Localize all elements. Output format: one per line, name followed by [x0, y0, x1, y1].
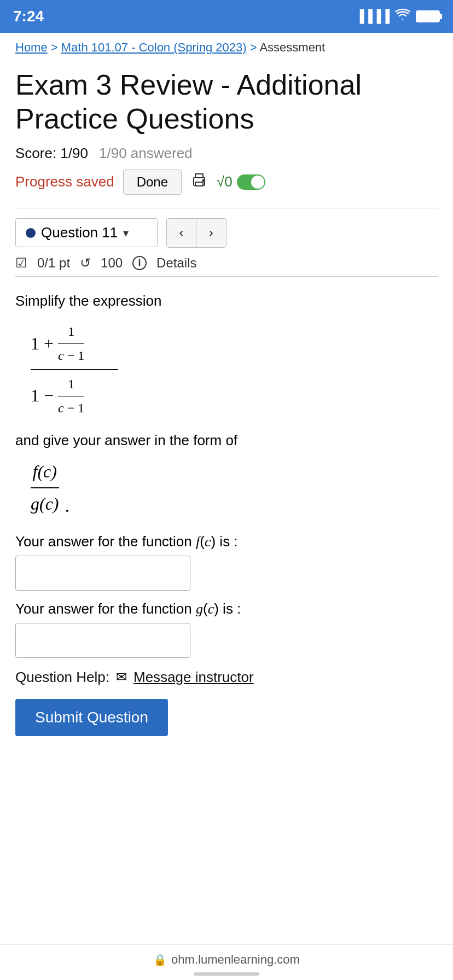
fc-gc-fraction: f(c) g(c)	[31, 458, 59, 518]
url-text: ohm.lumenlearning.com	[171, 953, 300, 967]
fc-answer-input[interactable]	[15, 556, 190, 591]
status-time: 7:24	[13, 8, 44, 25]
svg-point-2	[203, 180, 205, 182]
question-help: Question Help: ✉ Message instructor	[15, 669, 438, 686]
submit-question-button[interactable]: Submit Question	[15, 699, 168, 736]
nav-buttons: ‹ ›	[166, 218, 226, 248]
message-instructor-link[interactable]: Message instructor	[133, 669, 254, 686]
check-icon: ☑	[15, 255, 27, 271]
progress-saved: Progress saved	[15, 173, 114, 190]
breadcrumb-home[interactable]: Home	[15, 40, 48, 54]
form-instruction: and give your answer in the form of	[15, 429, 438, 452]
progress-row: Progress saved Done √0	[15, 170, 438, 195]
math-toggle: √0	[217, 173, 265, 190]
retry-icon: ↺	[80, 255, 91, 271]
next-question-button[interactable]: ›	[196, 219, 226, 247]
divider-question	[15, 276, 438, 277]
breadcrumb: Home > Math 101.07 - Colon (Spring 2023)…	[15, 33, 438, 58]
question-instruction: Simplify the expression	[15, 290, 438, 313]
fc-answer-label: Your answer for the function f(c) is :	[15, 533, 438, 550]
bottom-bar: 🔒 ohm.lumenlearning.com	[0, 944, 453, 980]
question-dot	[26, 228, 36, 238]
retries-label: 100	[101, 255, 123, 271]
question-label: Question 11	[41, 224, 118, 241]
wifi-icon	[395, 9, 410, 24]
math-expression: 1 + 1 c − 1 1 − 1 c − 1	[31, 321, 438, 418]
divider-top	[15, 208, 438, 208]
bottom-url: 🔒 ohm.lumenlearning.com	[0, 953, 453, 967]
info-icon[interactable]: i	[132, 256, 147, 270]
score-row: Score: 1/90 1/90 answered	[15, 145, 438, 162]
denominator-row: 1 − 1 c − 1	[31, 374, 84, 418]
gc-answer-input[interactable]	[15, 623, 190, 658]
status-icons: ▐▐▐▐	[356, 9, 440, 24]
question-meta: ☑ 0/1 pt ↺ 100 i Details	[15, 255, 438, 271]
main-content: Home > Math 101.07 - Colon (Spring 2023)…	[0, 33, 453, 758]
question-selector-row: Question 11 ▾ ‹ ›	[15, 218, 438, 248]
question-body: Simplify the expression 1 + 1 c − 1	[15, 290, 438, 520]
numerator-row: 1 + 1 c − 1	[31, 321, 84, 366]
prev-question-button[interactable]: ‹	[167, 219, 196, 247]
details-link[interactable]: Details	[156, 255, 196, 271]
bottom-handle	[194, 972, 259, 976]
help-label: Question Help:	[15, 669, 109, 686]
math-toggle-label: √0	[217, 173, 233, 190]
gc-answer-label: Your answer for the function g(c) is :	[15, 600, 438, 617]
points-label: 0/1 pt	[37, 255, 70, 271]
lock-icon: 🔒	[153, 953, 167, 966]
message-icon: ✉	[116, 669, 127, 685]
done-button[interactable]: Done	[123, 170, 182, 195]
breadcrumb-course[interactable]: Math 101.07 - Colon (Spring 2023)	[61, 40, 247, 54]
print-icon[interactable]	[190, 172, 208, 191]
page-title: Exam 3 Review - Additional Practice Ques…	[15, 68, 438, 136]
signal-icon: ▐▐▐▐	[356, 9, 390, 24]
svg-rect-1	[195, 182, 203, 186]
question-dropdown[interactable]: Question 11 ▾	[15, 218, 158, 247]
chevron-down-icon: ▾	[123, 226, 129, 240]
score-label: Score: 1/90	[15, 145, 88, 162]
answer-section: Your answer for the function f(c) is : Y…	[15, 533, 438, 658]
status-bar: 7:24 ▐▐▐▐	[0, 0, 453, 33]
score-answered: 1/90 answered	[99, 145, 193, 162]
breadcrumb-current: Assessment	[259, 40, 325, 54]
period: .	[65, 492, 69, 520]
battery-icon	[416, 10, 440, 22]
math-toggle-switch[interactable]	[237, 174, 265, 190]
